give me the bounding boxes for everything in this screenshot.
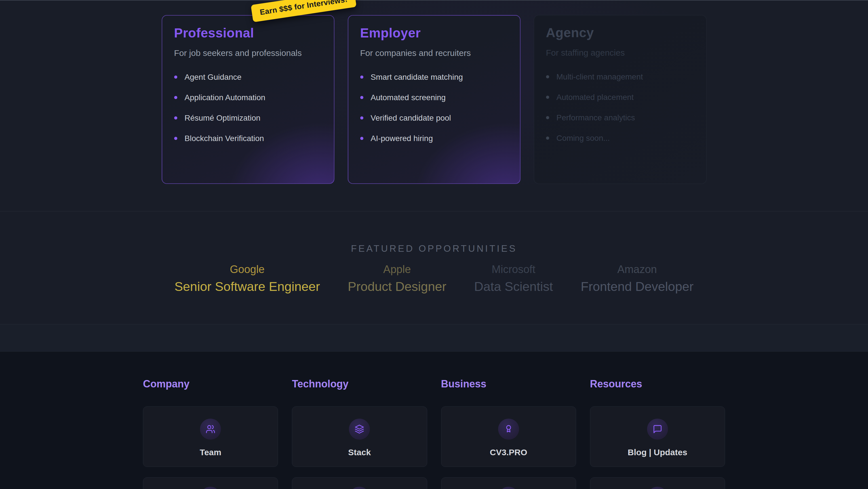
feature-item: Coming soon...: [546, 134, 694, 143]
feature-item: Verified candidate pool: [360, 113, 508, 123]
footer-link-card-partial[interactable]: [590, 477, 725, 489]
footer-link-card-partial[interactable]: [143, 477, 278, 489]
feature-label: Agent Guidance: [185, 73, 242, 82]
feature-item: Résumé Optimization: [174, 113, 322, 123]
feature-label: Smart candidate matching: [371, 73, 463, 82]
plans-section: Earn $$$ for Interviews! Professional Fo…: [0, 0, 868, 211]
job-item-google[interactable]: Google Senior Software Engineer: [175, 264, 320, 293]
footer-card-label: Team: [200, 448, 221, 457]
bullet-dot-icon: [546, 137, 549, 140]
job-company: Microsoft: [474, 264, 553, 276]
bullet-dot-icon: [546, 75, 549, 78]
job-company: Apple: [348, 264, 446, 276]
footer-column-heading: Resources: [590, 378, 725, 390]
job-item-apple[interactable]: Apple Product Designer: [348, 264, 446, 293]
footer-link-card-stack[interactable]: Stack: [292, 406, 427, 467]
footer-link-card-partial[interactable]: [441, 477, 576, 489]
footer-card-label: Stack: [348, 448, 371, 457]
footer-card-label: Blog | Updates: [628, 448, 687, 457]
footer-link-card-team[interactable]: Team: [143, 406, 278, 467]
divider-strip: [0, 324, 868, 352]
footer-column-business: Business CV3.PRO: [441, 378, 576, 489]
jobs-carousel: Google Senior Software Engineer Apple Pr…: [0, 264, 868, 293]
hidden-icon: [498, 487, 519, 489]
feature-item: Automated placement: [546, 92, 694, 102]
bullet-dot-icon: [174, 137, 177, 140]
feature-item: AI-powered hiring: [360, 134, 508, 143]
hidden-icon: [200, 487, 221, 489]
footer-link-card-cv3pro[interactable]: CV3.PRO: [441, 406, 576, 467]
bullet-dot-icon: [174, 116, 177, 119]
footer-column-heading: Business: [441, 378, 576, 390]
feature-item: Performance analytics: [546, 113, 694, 123]
feature-item: Application Automation: [174, 93, 322, 103]
layers-icon: [349, 419, 370, 440]
plan-card-employer[interactable]: Employer For companies and recruiters Sm…: [348, 15, 521, 184]
plan-subtitle: For staffing agencies: [546, 48, 694, 58]
users-icon: [200, 419, 221, 440]
job-role: Senior Software Engineer: [175, 280, 320, 294]
feature-label: Coming soon...: [557, 134, 610, 143]
footer-link-card-blog[interactable]: Blog | Updates: [590, 406, 725, 467]
message-icon: [647, 419, 668, 440]
job-company: Google: [175, 264, 320, 276]
feature-item: Multi-client management: [546, 72, 694, 82]
feature-label: Résumé Optimization: [185, 114, 261, 123]
bullet-dot-icon: [546, 116, 549, 119]
feature-label: Application Automation: [185, 93, 266, 102]
featured-heading: FEATURED OPPORTUNITIES: [0, 211, 868, 254]
feature-item: Automated screening: [360, 93, 508, 103]
feature-label: AI-powered hiring: [371, 134, 433, 143]
footer-inner: Company Team Technology Stack: [143, 352, 725, 489]
plan-subtitle: For job seekers and professionals: [174, 48, 322, 58]
award-icon: [498, 419, 519, 440]
job-role: Product Designer: [348, 280, 446, 294]
footer-columns: Company Team Technology Stack: [143, 378, 725, 489]
feature-label: Automated screening: [371, 93, 446, 102]
bullet-dot-icon: [360, 96, 363, 99]
feature-item: Smart candidate matching: [360, 73, 508, 82]
hidden-icon: [349, 487, 370, 489]
plan-title: Employer: [360, 26, 508, 40]
plan-title: Professional: [174, 26, 322, 40]
job-company: Amazon: [581, 264, 693, 276]
bullet-dot-icon: [174, 96, 177, 99]
feature-label: Verified candidate pool: [371, 114, 451, 123]
job-item-amazon[interactable]: Amazon Frontend Developer: [581, 264, 693, 293]
job-role: Frontend Developer: [581, 280, 693, 294]
footer-column-heading: Company: [143, 378, 278, 390]
bullet-dot-icon: [360, 76, 363, 79]
plan-card-agency: Agency For staffing agencies Multi-clien…: [534, 15, 707, 184]
hidden-icon: [647, 487, 668, 489]
footer-card-label: CV3.PRO: [490, 448, 527, 457]
footer-link-card-partial[interactable]: [292, 477, 427, 489]
job-item-microsoft[interactable]: Microsoft Data Scientist: [474, 264, 553, 293]
bullet-dot-icon: [360, 137, 363, 140]
plan-feature-list: Agent Guidance Application Automation Ré…: [174, 73, 322, 143]
bullet-dot-icon: [174, 76, 177, 79]
bullet-dot-icon: [360, 116, 363, 119]
plan-title: Agency: [546, 26, 694, 40]
job-role: Data Scientist: [474, 280, 553, 294]
feature-label: Multi-client management: [557, 73, 643, 82]
plan-feature-list: Smart candidate matching Automated scree…: [360, 73, 508, 143]
bullet-dot-icon: [546, 96, 549, 99]
plan-subtitle: For companies and recruiters: [360, 48, 508, 58]
footer-column-heading: Technology: [292, 378, 427, 390]
feature-label: Performance analytics: [557, 113, 635, 122]
featured-opportunities-section: FEATURED OPPORTUNITIES Google Senior Sof…: [0, 211, 868, 324]
feature-label: Blockchain Verification: [185, 134, 264, 143]
feature-item: Blockchain Verification: [174, 134, 322, 143]
plans-row: Professional For job seekers and profess…: [0, 15, 868, 184]
feature-label: Automated placement: [557, 93, 634, 102]
footer: Company Team Technology Stack: [0, 352, 868, 489]
footer-column-company: Company Team: [143, 378, 278, 489]
plan-card-professional[interactable]: Professional For job seekers and profess…: [162, 15, 335, 184]
plan-feature-list: Multi-client management Automated placem…: [546, 72, 694, 143]
feature-item: Agent Guidance: [174, 73, 322, 82]
footer-column-technology: Technology Stack: [292, 378, 427, 489]
footer-column-resources: Resources Blog | Updates: [590, 378, 725, 489]
